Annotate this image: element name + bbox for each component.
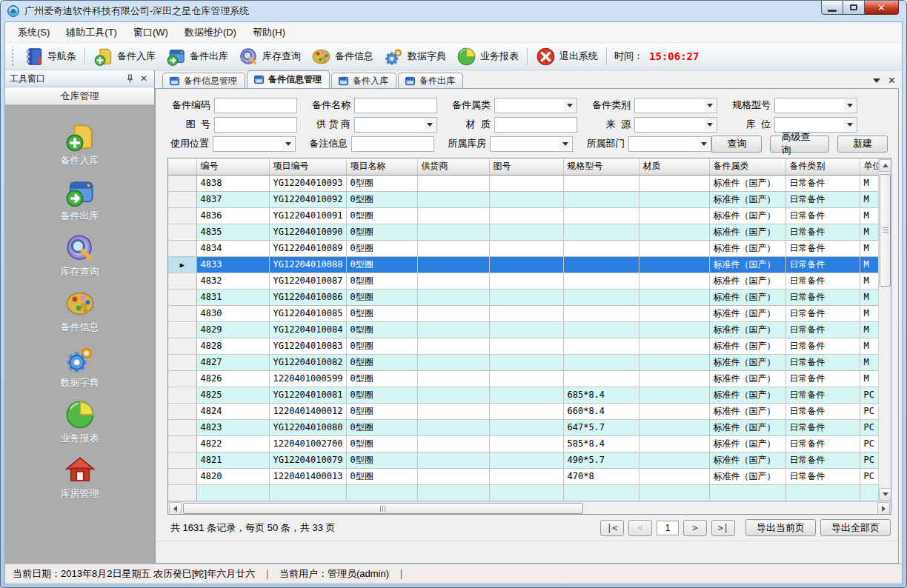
toolbar-button-5[interactable]: 数据字典 <box>379 44 451 69</box>
form-select[interactable] <box>354 117 437 133</box>
column-header-8[interactable]: 备件类别 <box>785 158 860 175</box>
row-selector[interactable] <box>168 354 196 370</box>
sidebar-item-6[interactable]: 库房管理 <box>5 455 154 501</box>
row-selector[interactable] <box>168 419 196 435</box>
table-row[interactable]: 4823YG122040100800型圈647*5.7标准件（国产）日常备件PC <box>168 419 878 435</box>
prev-page-button[interactable]: < <box>628 520 652 536</box>
table-row[interactable]: 482612204010005990型圈标准件（国产）日常备件M <box>168 370 878 387</box>
form-select[interactable] <box>494 98 577 113</box>
dropdown-arrow-icon[interactable] <box>564 99 576 112</box>
row-selector[interactable]: ▶ <box>168 256 196 273</box>
query-button[interactable]: 查询 <box>711 136 762 153</box>
minimize-button[interactable] <box>821 1 843 15</box>
dropdown-arrow-icon[interactable] <box>704 99 716 112</box>
form-input[interactable] <box>214 98 297 113</box>
row-selector[interactable] <box>168 289 196 305</box>
toolbar-button-7[interactable]: 退出系统 <box>531 44 603 69</box>
dropdown-arrow-icon[interactable] <box>844 118 856 131</box>
row-selector[interactable] <box>168 338 196 354</box>
table-row[interactable]: 4828YG122040100830型圈标准件（国产）日常备件M <box>168 338 878 354</box>
row-selector[interactable] <box>168 452 196 468</box>
column-header-7[interactable]: 备件属类 <box>709 158 785 175</box>
toolbar-button-3[interactable]: 库存查询 <box>233 44 306 69</box>
table-row[interactable]: 4825YG122040100810型圈685*8.4标准件（国产）日常备件PC <box>168 387 878 403</box>
form-select[interactable] <box>774 117 857 133</box>
sidebar-item-3[interactable]: 备件信息 <box>5 288 154 334</box>
vertical-scroll-thumb[interactable] <box>880 174 891 287</box>
horizontal-scroll-thumb[interactable] <box>183 503 583 514</box>
form-input[interactable] <box>214 117 297 133</box>
toolbar-button-2[interactable]: 备件出库 <box>161 44 233 69</box>
row-selector[interactable] <box>168 435 196 452</box>
tab-2[interactable]: 备件入库 <box>331 73 396 88</box>
form-select[interactable] <box>774 98 857 113</box>
tab-0[interactable]: 备件信息管理 <box>162 73 245 88</box>
tab-1[interactable]: 备件信息管理 <box>247 70 330 88</box>
column-header-6[interactable]: 材质 <box>639 158 709 175</box>
dropdown-arrow-icon[interactable] <box>844 99 856 112</box>
toolbar-grip[interactable] <box>10 47 16 66</box>
form-input[interactable] <box>494 117 577 133</box>
toolbar-button-6[interactable]: 业务报表 <box>451 44 524 69</box>
row-selector[interactable] <box>168 370 196 387</box>
close-button[interactable]: ✕ <box>865 1 899 15</box>
scroll-left-button[interactable] <box>169 502 182 515</box>
tab-close-icon[interactable]: ✕ <box>888 76 896 85</box>
table-row[interactable]: 482012204014000130型圈470*8标准件（国产）日常备件PC <box>168 468 878 484</box>
sidebar-item-4[interactable]: 数据字典 <box>5 344 154 390</box>
table-row[interactable]: 482212204010027000型圈585*8.4标准件（国产）日常备件PC <box>168 435 878 452</box>
tab-3[interactable]: 备件出库 <box>398 73 463 88</box>
table-row[interactable]: ▶4833YG122040100880型圈标准件（国产）日常备件M <box>168 256 878 273</box>
column-header-5[interactable]: 规格型号 <box>563 158 639 175</box>
form-select[interactable] <box>634 98 717 113</box>
scroll-down-button[interactable] <box>879 488 891 501</box>
dropdown-arrow-icon[interactable] <box>704 118 716 131</box>
sidebar-item-1[interactable]: 备件出库 <box>5 177 154 223</box>
column-header-2[interactable]: 项目名称 <box>346 158 417 175</box>
sidebar-item-5[interactable]: 业务报表 <box>5 399 154 445</box>
column-header-1[interactable]: 项目编号 <box>269 158 346 175</box>
toolbar-button-0[interactable]: 导航条 <box>19 44 82 69</box>
form-select[interactable] <box>213 136 296 152</box>
first-page-button[interactable]: |< <box>600 520 624 536</box>
table-row[interactable]: 4830YG122040100850型圈标准件（国产）日常备件M <box>168 305 878 321</box>
row-selector[interactable] <box>168 305 196 321</box>
table-row[interactable]: 4821YG122040100790型圈490*5.7标准件（国产）日常备件PC <box>168 452 878 468</box>
menu-item-3[interactable]: 数据维护(D) <box>176 23 245 42</box>
row-selector[interactable] <box>168 175 196 191</box>
row-selector[interactable] <box>168 468 196 484</box>
chevron-down-icon[interactable] <box>873 78 880 83</box>
menu-item-4[interactable]: 帮助(H) <box>245 23 293 42</box>
row-selector[interactable] <box>168 240 196 256</box>
form-input[interactable] <box>351 136 434 152</box>
column-header-9[interactable]: 单位 <box>860 158 878 175</box>
row-selector[interactable] <box>168 207 196 224</box>
export-current-page-button[interactable]: 导出当前页 <box>745 519 816 536</box>
menu-item-1[interactable]: 辅助工具(T) <box>58 23 125 42</box>
table-row[interactable]: 4836YG122040100910型圈标准件（国产）日常备件M <box>168 207 878 224</box>
sidebar-item-0[interactable]: 备件入库 <box>5 121 154 167</box>
toolbar-button-1[interactable]: 备件入库 <box>88 44 161 69</box>
vertical-scrollbar[interactable] <box>878 158 891 501</box>
row-selector[interactable] <box>168 321 196 338</box>
advanced-query-button[interactable]: 高级查询 <box>770 136 829 153</box>
next-page-button[interactable]: > <box>683 520 707 536</box>
form-select[interactable] <box>634 117 717 133</box>
page-number-input[interactable] <box>657 521 679 535</box>
table-row[interactable]: 4838YG122040100930型圈标准件（国产）日常备件M <box>168 175 878 191</box>
new-button[interactable]: 新建 <box>837 136 888 153</box>
row-selector[interactable] <box>168 403 196 419</box>
form-select[interactable] <box>490 136 573 152</box>
dropdown-arrow-icon[interactable] <box>559 138 571 150</box>
sidebar-close-icon[interactable]: ✕ <box>138 73 150 84</box>
table-row[interactable]: 4827YG122040100820型圈标准件（国产）日常备件M <box>168 354 878 370</box>
form-input[interactable] <box>354 98 437 113</box>
table-row[interactable]: 4829YG122040100840型圈标准件（国产）日常备件M <box>168 321 878 338</box>
scroll-up-button[interactable] <box>879 159 891 172</box>
dropdown-arrow-icon[interactable] <box>698 138 710 150</box>
scroll-right-button[interactable] <box>877 502 890 515</box>
table-row[interactable]: 4835YG122040100900型圈标准件（国产）日常备件M <box>168 224 878 240</box>
maximize-button[interactable] <box>843 1 865 15</box>
menu-item-2[interactable]: 窗口(W) <box>125 23 176 42</box>
row-selector[interactable] <box>168 387 196 403</box>
